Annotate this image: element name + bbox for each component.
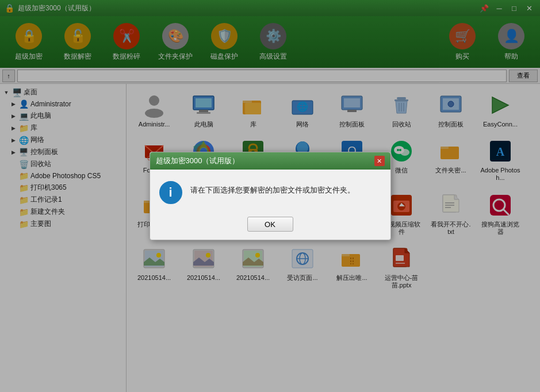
dialog-info-icon: i [159, 181, 182, 204]
dialog-close-button[interactable]: ✕ [374, 156, 385, 166]
dialog-box: 超级加密3000（试用版） ✕ i 请在下面选择您要解密的加密文件或加密文件夹。… [150, 152, 391, 240]
dialog-footer: OK [150, 212, 390, 240]
dialog-overlay: 超级加密3000（试用版） ✕ i 请在下面选择您要解密的加密文件或加密文件夹。… [0, 0, 540, 392]
dialog-ok-button[interactable]: OK [247, 217, 293, 232]
dialog-message: 请在下面选择您要解密的加密文件或加密文件夹。 [190, 181, 355, 197]
dialog-body: i 请在下面选择您要解密的加密文件或加密文件夹。 [150, 170, 390, 212]
dialog-title: 超级加密3000（试用版） [156, 156, 240, 166]
dialog-title-bar: 超级加密3000（试用版） ✕ [150, 152, 390, 170]
